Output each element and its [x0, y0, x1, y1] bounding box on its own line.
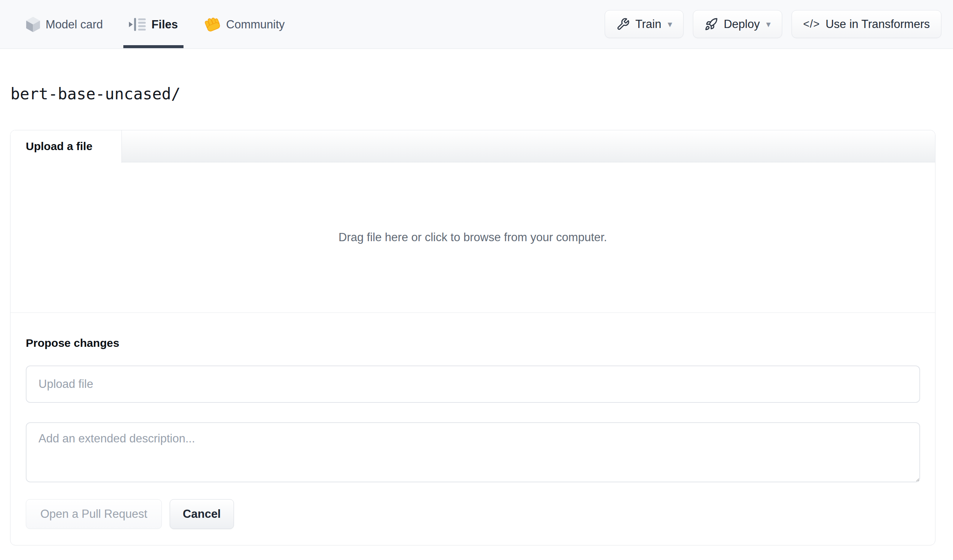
tab-model-card[interactable]: Model card [20, 0, 109, 48]
tab-community[interactable]: Community [199, 0, 290, 48]
cube-icon [26, 17, 40, 32]
use-in-transformers-label: Use in Transformers [826, 17, 930, 31]
wrench-icon [616, 17, 630, 31]
extended-description-textarea[interactable] [26, 422, 920, 482]
chevron-down-icon: ▾ [766, 20, 771, 29]
train-button-label: Train [635, 17, 661, 31]
propose-actions-row: Open a Pull Request Cancel [26, 499, 920, 529]
tab-files-label: Files [151, 18, 178, 31]
train-button[interactable]: Train ▾ [605, 10, 684, 38]
open-pull-request-button[interactable]: Open a Pull Request [26, 499, 162, 529]
repo-action-buttons: Train ▾ Deploy ▾ </> Use in Transformers [605, 0, 953, 48]
use-in-transformers-button[interactable]: </> Use in Transformers [792, 10, 941, 38]
upload-card-tab-strip: Upload a file [11, 130, 935, 162]
file-dropzone[interactable]: Drag file here or click to browse from y… [11, 162, 935, 313]
tab-upload-a-file[interactable]: Upload a file [11, 130, 122, 163]
cancel-button[interactable]: Cancel [170, 499, 234, 529]
tab-files[interactable]: Files [123, 0, 183, 48]
repo-tab-bar: Model card Files [0, 0, 953, 49]
deploy-button[interactable]: Deploy ▾ [693, 10, 782, 38]
upload-file-input[interactable] [26, 365, 920, 403]
repo-tabs: Model card Files [20, 0, 305, 48]
tab-upload-a-file-label: Upload a file [26, 140, 92, 153]
propose-changes-heading: Propose changes [26, 337, 920, 350]
deploy-button-label: Deploy [723, 17, 760, 31]
code-icon: </> [803, 18, 820, 30]
breadcrumb[interactable]: bert-base-uncased/ [11, 85, 180, 103]
file-versions-icon [129, 18, 146, 31]
chevron-down-icon: ▾ [667, 20, 672, 29]
propose-changes-section: Propose changes Open a Pull Request Canc… [11, 313, 935, 545]
tab-community-label: Community [226, 18, 285, 31]
tab-model-card-label: Model card [46, 18, 103, 31]
dropzone-hint-text: Drag file here or click to browse from y… [338, 231, 607, 244]
waving-hand-icon [204, 17, 220, 32]
upload-file-card: Upload a file Drag file here or click to… [10, 130, 936, 545]
rocket-icon [705, 17, 718, 31]
